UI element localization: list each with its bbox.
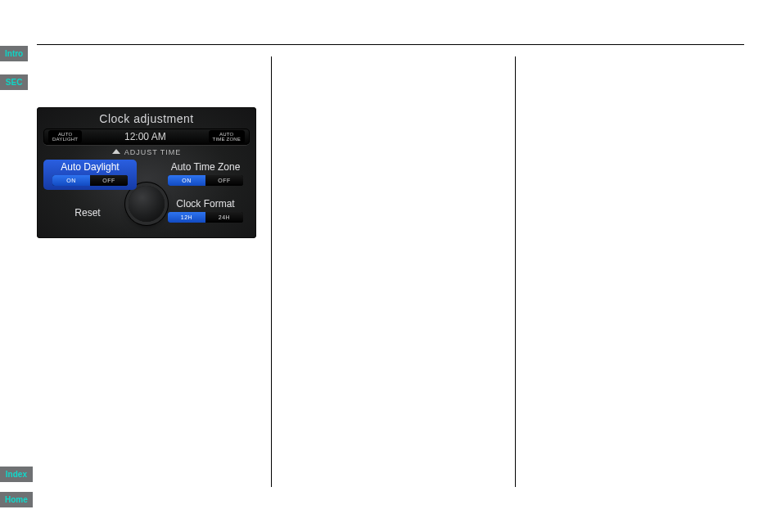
adjust-time-label: ADJUST TIME — [37, 148, 256, 156]
header-rule — [37, 44, 744, 45]
column-left: Clock adjustment AUTO DAYLIGHT 12:00 AM … — [37, 56, 271, 487]
option-label: Auto Time Zone — [161, 161, 250, 173]
rotary-knob-icon — [129, 186, 165, 222]
page: { "tabs": { "intro": "Intro", "sec": "SE… — [0, 0, 781, 532]
option-label: Auto Daylight — [46, 161, 134, 173]
toggle-on: ON — [168, 175, 205, 186]
tab-sec[interactable]: SEC — [0, 74, 28, 90]
side-tabs-top: Intro SEC — [0, 46, 28, 90]
toggle-24h: 24H — [205, 212, 243, 223]
toggle-clock-format: 12H 24H — [168, 212, 243, 223]
tab-intro[interactable]: Intro — [0, 46, 28, 61]
column-middle — [271, 56, 516, 487]
chip-auto-timezone: AUTO TIME ZONE — [209, 130, 245, 143]
chip-line: TIME ZONE — [213, 137, 241, 142]
option-label: Reset — [43, 207, 132, 219]
chip-line: DAYLIGHT — [52, 137, 78, 142]
current-time: 12:00 AM — [124, 131, 166, 142]
option-auto-timezone: Auto Time Zone ON OFF — [161, 161, 250, 186]
car-display-screenshot: Clock adjustment AUTO DAYLIGHT 12:00 AM … — [37, 107, 256, 238]
tab-home[interactable]: Home — [0, 492, 33, 507]
toggle-off: OFF — [205, 175, 243, 186]
option-clock-format: Clock Format 12H 24H — [161, 198, 250, 223]
option-auto-daylight: Auto Daylight ON OFF — [43, 160, 137, 190]
time-bar: AUTO DAYLIGHT 12:00 AM AUTO TIME ZONE — [43, 128, 250, 145]
side-tabs-bottom: Index Home — [0, 467, 33, 507]
car-display-title: Clock adjustment — [37, 112, 256, 125]
option-label: Clock Format — [161, 198, 250, 210]
toggle-on: ON — [52, 175, 90, 186]
column-right — [516, 56, 744, 487]
tab-index[interactable]: Index — [0, 467, 33, 482]
toggle-auto-timezone: ON OFF — [168, 175, 243, 186]
toggle-off: OFF — [90, 175, 128, 186]
toggle-12h: 12H — [168, 212, 205, 223]
content-columns: Clock adjustment AUTO DAYLIGHT 12:00 AM … — [37, 56, 744, 487]
toggle-auto-daylight: ON OFF — [52, 175, 128, 186]
triangle-up-icon — [112, 149, 120, 154]
option-reset: Reset — [43, 198, 132, 221]
adjust-text: ADJUST TIME — [124, 148, 182, 156]
chip-auto-daylight: AUTO DAYLIGHT — [48, 130, 82, 143]
